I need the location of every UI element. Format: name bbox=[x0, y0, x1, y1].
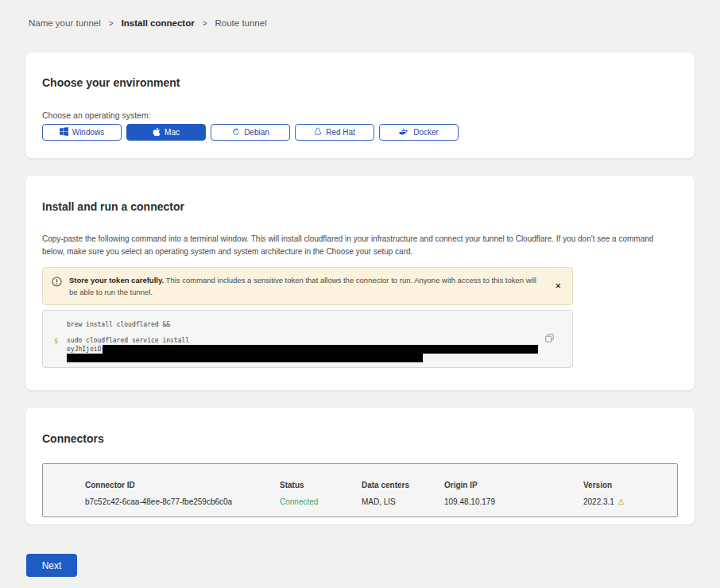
column-connector-id: Connector ID bbox=[85, 481, 280, 489]
next-button[interactable]: Next bbox=[26, 554, 77, 577]
os-button-label: Windows bbox=[72, 128, 105, 137]
os-button-debian[interactable]: Debian bbox=[211, 124, 290, 141]
terminal-line-2: sudo cloudflared service install bbox=[67, 336, 561, 345]
connector-id-value: b7c52c42-6caa-48ee-8c77-fbe259cb6c0a bbox=[85, 497, 280, 506]
token-redaction-bar bbox=[67, 354, 423, 362]
breadcrumb: Name your tunnel > Install connector > R… bbox=[29, 18, 267, 28]
token-warning-bold: Store your token carefully. bbox=[69, 276, 164, 284]
breadcrumb-route-tunnel[interactable]: Route tunnel bbox=[215, 18, 267, 28]
terminal-token-line: eyJhIjoiO bbox=[67, 345, 561, 354]
environment-card: Choose your environment Choose an operat… bbox=[25, 52, 695, 158]
version-value: 2022.3.1 ⚠ bbox=[583, 497, 677, 506]
terminal-command-block: $ brew install cloudflared && sudo cloud… bbox=[42, 310, 573, 368]
os-button-group: Windows Mac Debian Red Hat Docker bbox=[42, 124, 459, 141]
column-data-centers: Data centers bbox=[362, 481, 444, 489]
debian-icon bbox=[231, 127, 240, 137]
data-centers-value: MAD, LIS bbox=[362, 497, 444, 506]
os-button-redhat[interactable]: Red Hat bbox=[295, 124, 374, 141]
os-button-label: Debian bbox=[244, 128, 269, 137]
os-select-label: Choose an operating system: bbox=[42, 110, 151, 120]
windows-icon bbox=[60, 127, 68, 137]
os-button-label: Mac bbox=[165, 128, 180, 137]
warning-triangle-icon: ⚠ bbox=[617, 497, 625, 506]
column-origin-ip: Origin IP bbox=[444, 481, 583, 489]
install-card-description: Copy-paste the following command into a … bbox=[42, 233, 678, 258]
token-warning-banner: Store your token carefully. This command… bbox=[42, 267, 573, 305]
breadcrumb-separator: > bbox=[203, 19, 207, 28]
column-version: Version bbox=[583, 481, 677, 489]
column-status: Status bbox=[280, 481, 362, 489]
breadcrumb-separator: > bbox=[109, 19, 114, 28]
apple-icon bbox=[153, 127, 161, 138]
os-button-label: Docker bbox=[413, 128, 439, 137]
os-button-docker[interactable]: Docker bbox=[379, 124, 459, 141]
os-button-mac[interactable]: Mac bbox=[126, 124, 206, 141]
status-badge: Connected bbox=[280, 497, 362, 506]
close-icon[interactable]: ✕ bbox=[552, 280, 564, 292]
origin-ip-value: 109.48.10.179 bbox=[444, 497, 583, 506]
redhat-linux-icon bbox=[314, 127, 322, 138]
docker-whale-icon bbox=[399, 128, 409, 137]
token-prefix: eyJhIjoiO bbox=[67, 346, 101, 353]
alert-circle-icon bbox=[52, 276, 62, 290]
install-connector-card: Install and run a connector Copy-paste t… bbox=[25, 176, 695, 390]
install-card-title: Install and run a connector bbox=[42, 200, 184, 213]
connectors-card: Connectors Connector ID Status Data cent… bbox=[25, 408, 695, 524]
token-redaction-bar bbox=[103, 345, 538, 354]
copy-icon[interactable] bbox=[544, 332, 555, 346]
connectors-table-header: Connector ID Status Data centers Origin … bbox=[85, 481, 677, 489]
token-warning-text: Store your token carefully. This command… bbox=[69, 274, 544, 298]
os-button-windows[interactable]: Windows bbox=[42, 124, 122, 141]
terminal-line-1: brew install cloudflared && bbox=[67, 320, 561, 329]
connectors-card-title: Connectors bbox=[42, 432, 104, 445]
environment-card-title: Choose your environment bbox=[42, 76, 180, 89]
breadcrumb-name-your-tunnel[interactable]: Name your tunnel bbox=[29, 18, 101, 28]
breadcrumb-install-connector[interactable]: Install connector bbox=[122, 18, 195, 28]
os-button-label: Red Hat bbox=[326, 128, 355, 137]
connectors-table: Connector ID Status Data centers Origin … bbox=[42, 463, 678, 517]
terminal-prompt: $ bbox=[54, 337, 58, 346]
table-row: b7c52c42-6caa-48ee-8c77-fbe259cb6c0a Con… bbox=[85, 497, 677, 506]
version-number: 2022.3.1 bbox=[583, 497, 614, 506]
